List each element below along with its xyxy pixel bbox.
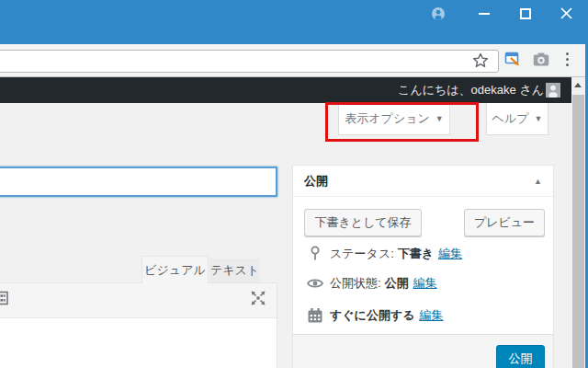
- visibility-row: 公開状態: 公開 編集: [306, 274, 437, 293]
- camera-extension-icon[interactable]: [533, 52, 549, 67]
- schedule-row: すぐに公開する 編集: [306, 306, 444, 325]
- capture-page-extension-icon[interactable]: [504, 51, 521, 67]
- screenshot-canvas: こんにちは、odekake さん 表示オプション ▼ ヘルプ ▼ ビジュアル テ…: [0, 0, 588, 368]
- wp-admin-bar: こんにちは、odekake さん: [0, 77, 588, 103]
- page-scrollbar[interactable]: [571, 77, 585, 368]
- editor-content-area[interactable]: [0, 318, 277, 368]
- help-label: ヘルプ: [492, 110, 529, 127]
- status-row: ステータス: 下書き 編集: [306, 245, 462, 263]
- tab-visual[interactable]: ビジュアル: [141, 256, 209, 283]
- pin-icon: [306, 245, 324, 263]
- scrollbar-up-arrow-icon[interactable]: [571, 77, 585, 93]
- publish-button[interactable]: 公開: [496, 345, 545, 368]
- preview-label: プレビュー: [474, 214, 535, 231]
- toolbar-toggle-icon[interactable]: [0, 291, 8, 305]
- minimize-icon[interactable]: [479, 13, 490, 15]
- editor-toolbar: [0, 282, 277, 318]
- edit-schedule-link[interactable]: 編集: [420, 307, 444, 324]
- schedule-value: すぐに公開する: [330, 307, 415, 324]
- edit-visibility-link[interactable]: 編集: [413, 275, 437, 292]
- save-draft-label: 下書きとして保存: [314, 214, 411, 231]
- profile-icon[interactable]: [432, 7, 445, 20]
- browser-toolbar: [0, 44, 588, 77]
- browser-menu-icon[interactable]: [563, 52, 571, 68]
- address-bar[interactable]: [0, 50, 499, 73]
- avatar[interactable]: [546, 83, 560, 98]
- tab-text-label: テキスト: [210, 262, 259, 279]
- eye-icon: [306, 274, 324, 293]
- visibility-value: 公開: [385, 275, 409, 292]
- collapse-arrow-icon[interactable]: ▲: [534, 166, 542, 197]
- bookmark-star-icon[interactable]: [472, 52, 489, 69]
- tab-text[interactable]: テキスト: [209, 259, 260, 282]
- publish-button-label: 公開: [509, 351, 533, 367]
- screen-options-button[interactable]: 表示オプション ▼: [338, 103, 450, 135]
- calendar-icon: [306, 306, 324, 325]
- help-button[interactable]: ヘルプ ▼: [486, 103, 548, 135]
- maximize-icon[interactable]: [520, 8, 531, 19]
- publish-panel-header[interactable]: 公開 ▲: [293, 166, 553, 197]
- status-label: ステータス:: [330, 246, 394, 262]
- browser-titlebar: [0, 0, 588, 44]
- tab-visual-label: ビジュアル: [144, 262, 206, 279]
- screen-options-label: 表示オプション: [345, 110, 430, 127]
- close-icon[interactable]: [560, 6, 573, 20]
- preview-button[interactable]: プレビュー: [464, 209, 545, 236]
- publish-panel-title: 公開: [304, 166, 328, 197]
- edit-status-link[interactable]: 編集: [438, 246, 462, 262]
- status-value: 下書き: [398, 246, 434, 262]
- chevron-down-icon: ▼: [535, 114, 543, 123]
- publish-panel: 公開 ▲ 下書きとして保存 プレビュー ステータス: 下書き 編集: [292, 165, 554, 368]
- post-title-input[interactable]: [0, 167, 277, 197]
- publishing-actions: 公開: [293, 334, 553, 368]
- admin-greeting[interactable]: こんにちは、odekake さん: [398, 77, 544, 103]
- visibility-label: 公開状態:: [330, 275, 381, 292]
- scrollbar-thumb[interactable]: [572, 95, 584, 368]
- fullscreen-icon[interactable]: [250, 290, 266, 306]
- chevron-down-icon: ▼: [435, 114, 444, 123]
- save-draft-button[interactable]: 下書きとして保存: [304, 209, 422, 236]
